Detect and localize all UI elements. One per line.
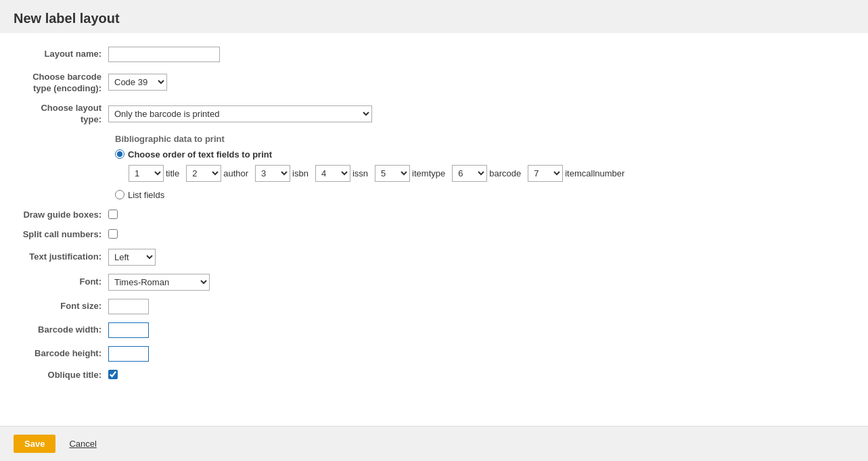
barcode-height-field: 0.01 [108,346,848,362]
barcode-type-select[interactable]: Code 39 Code 128 QR Code [108,74,167,91]
oblique-title-row: Oblique title: [20,370,848,381]
layout-name-row: Layout name: DEFAULT [20,47,848,62]
layout-name-field: DEFAULT [108,47,848,62]
layout-type-select[interactable]: Only the barcode is printed Barcode and … [108,105,372,122]
font-size-label: Font size: [20,301,108,312]
split-call-numbers-row: Split call numbers: [20,229,848,241]
oblique-title-checkbox[interactable] [108,370,118,379]
barcode-width-row: Barcode width: 0.8 [20,322,848,338]
bibliographic-section-header: Bibliographic data to print [115,134,848,144]
choose-order-radio[interactable] [115,149,124,159]
list-fields-radio-row: List fields [115,190,848,200]
split-call-numbers-label: Split call numbers: [20,229,108,241]
choose-order-radio-row: Choose order of text fields to print [115,149,848,160]
barcode-order-select[interactable]: 1234567 [452,165,487,182]
barcode-field-label: barcode [489,168,521,178]
text-justification-row: Text justification: Left Center Right [20,249,848,266]
font-size-input[interactable]: 3 [108,299,149,314]
split-call-numbers-field [108,229,848,241]
page-wrapper: New label layout Layout name: DEFAULT Ch… [0,0,868,461]
oblique-title-label: Oblique title: [20,370,108,381]
itemcallnumber-field-label: itemcallnumber [565,168,624,178]
field-group-itemcallnumber: 1234567 itemcallnumber [528,165,624,182]
barcode-width-label: Barcode width: [20,324,108,336]
split-call-numbers-checkbox[interactable] [108,229,118,239]
font-label: Font: [20,276,108,288]
font-select[interactable]: Times-Roman Helvetica Courier [108,274,210,291]
title-order-select[interactable]: 1234567 [129,165,164,182]
field-group-isbn: 1234567 isbn [255,165,309,182]
isbn-order-select[interactable]: 1234567 [255,165,290,182]
layout-name-label: Layout name: [20,49,108,60]
cancel-button[interactable]: Cancel [62,435,103,453]
form-container: Layout name: DEFAULT Choose barcode type… [0,33,868,403]
layout-name-input[interactable]: DEFAULT [108,47,220,62]
title-field-label: title [166,168,179,178]
barcode-width-input[interactable]: 0.8 [108,322,149,338]
text-justification-field: Left Center Right [108,249,848,266]
field-group-author: 1234567 author [186,165,248,182]
isbn-field-label: isbn [292,168,309,178]
itemtype-field-label: itemtype [412,168,445,178]
draw-guide-boxes-checkbox[interactable] [108,210,118,219]
barcode-width-field: 0.8 [108,322,848,338]
barcode-height-row: Barcode height: 0.01 [20,346,848,362]
fields-order-row: 1234567 title 1234567 author 1234567 isb… [129,165,848,182]
barcode-height-input[interactable]: 0.01 [108,346,149,362]
choose-order-label: Choose order of text fields to print [128,149,272,160]
draw-guide-boxes-row: Draw guide boxes: [20,210,848,221]
list-fields-radio[interactable] [115,190,124,199]
oblique-title-field [108,370,848,381]
barcode-type-row: Choose barcode type (encoding): Code 39 … [20,70,848,95]
draw-guide-boxes-field [108,210,848,221]
barcode-height-label: Barcode height: [20,348,108,360]
layout-type-field: Only the barcode is printed Barcode and … [108,105,848,122]
text-justification-select[interactable]: Left Center Right [108,249,156,266]
barcode-type-label: Choose barcode type (encoding): [20,70,108,95]
save-button[interactable]: Save [14,435,55,453]
list-fields-label: List fields [128,190,164,200]
author-field-label: author [223,168,248,178]
font-field: Times-Roman Helvetica Courier [108,274,848,291]
footer-bar: Save Cancel [0,426,868,461]
layout-type-label: Choose layout type: [20,103,108,126]
font-size-row: Font size: 3 [20,299,848,314]
barcode-type-field: Code 39 Code 128 QR Code [108,74,848,91]
layout-type-row: Choose layout type: Only the barcode is … [20,103,848,126]
field-group-barcode: 1234567 barcode [452,165,521,182]
field-group-issn: 1234567 issn [315,165,368,182]
author-order-select[interactable]: 1234567 [186,165,221,182]
itemcallnumber-order-select[interactable]: 1234567 [528,165,563,182]
issn-field-label: issn [352,168,368,178]
font-row: Font: Times-Roman Helvetica Courier [20,274,848,291]
draw-guide-boxes-label: Draw guide boxes: [20,210,108,221]
itemtype-order-select[interactable]: 1234567 [375,165,410,182]
text-justification-label: Text justification: [20,251,108,263]
page-title: New label layout [0,0,868,33]
font-size-field: 3 [108,299,848,314]
field-group-itemtype: 1234567 itemtype [375,165,445,182]
field-group-title: 1234567 title [129,165,179,182]
issn-order-select[interactable]: 1234567 [315,165,350,182]
